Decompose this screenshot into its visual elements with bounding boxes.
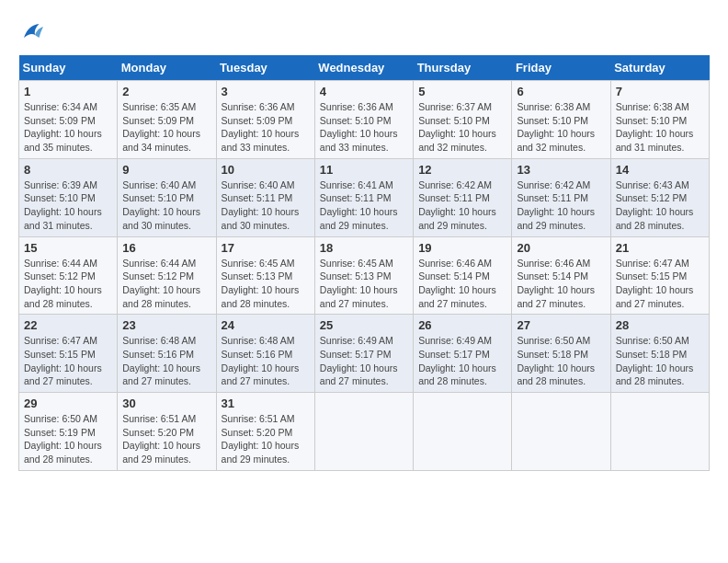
day-info: Sunrise: 6:42 AM Sunset: 5:11 PM Dayligh… (517, 178, 605, 233)
calendar-cell: 20Sunrise: 6:46 AM Sunset: 5:14 PM Dayli… (512, 236, 610, 315)
calendar-cell: 23Sunrise: 6:48 AM Sunset: 5:16 PM Dayli… (118, 315, 216, 393)
day-info: Sunrise: 6:38 AM Sunset: 5:10 PM Dayligh… (616, 100, 704, 155)
day-number: 4 (320, 85, 408, 98)
day-info: Sunrise: 6:40 AM Sunset: 5:11 PM Dayligh… (222, 178, 310, 233)
calendar-cell: 5Sunrise: 6:37 AM Sunset: 5:10 PM Daylig… (414, 81, 512, 159)
day-number: 6 (517, 85, 605, 98)
calendar-table: SundayMondayTuesdayWednesdayThursdayFrid… (18, 55, 710, 471)
day-number: 11 (320, 163, 408, 177)
calendar-cell (414, 393, 512, 471)
weekday-header-saturday: Saturday (610, 55, 709, 81)
day-number: 7 (616, 85, 704, 98)
day-number: 15 (24, 241, 112, 255)
day-info: Sunrise: 6:44 AM Sunset: 5:12 PM Dayligh… (122, 257, 210, 311)
calendar-cell: 22Sunrise: 6:47 AM Sunset: 5:15 PM Dayli… (19, 315, 118, 393)
calendar-cell (314, 393, 413, 471)
calendar-cell: 6Sunrise: 6:38 AM Sunset: 5:10 PM Daylig… (512, 81, 610, 159)
day-info: Sunrise: 6:46 AM Sunset: 5:14 PM Dayligh… (418, 257, 506, 311)
calendar-cell: 17Sunrise: 6:45 AM Sunset: 5:13 PM Dayli… (216, 236, 314, 315)
calendar-cell: 25Sunrise: 6:49 AM Sunset: 5:17 PM Dayli… (314, 315, 413, 393)
calendar-cell: 10Sunrise: 6:40 AM Sunset: 5:11 PM Dayli… (216, 158, 314, 236)
calendar-cell: 29Sunrise: 6:50 AM Sunset: 5:19 PM Dayli… (19, 393, 118, 471)
day-number: 31 (222, 396, 310, 410)
calendar-cell: 13Sunrise: 6:42 AM Sunset: 5:11 PM Dayli… (512, 158, 610, 236)
logo-icon (18, 18, 46, 46)
calendar-cell: 31Sunrise: 6:51 AM Sunset: 5:20 PM Dayli… (216, 393, 314, 471)
day-number: 19 (418, 241, 506, 255)
calendar-week-row: 1Sunrise: 6:34 AM Sunset: 5:09 PM Daylig… (19, 81, 710, 159)
day-info: Sunrise: 6:49 AM Sunset: 5:17 PM Dayligh… (320, 334, 408, 388)
day-number: 14 (616, 163, 704, 177)
day-number: 22 (24, 318, 112, 332)
calendar-cell: 3Sunrise: 6:36 AM Sunset: 5:09 PM Daylig… (216, 81, 314, 159)
day-info: Sunrise: 6:47 AM Sunset: 5:15 PM Dayligh… (616, 257, 704, 311)
calendar-cell: 2Sunrise: 6:35 AM Sunset: 5:09 PM Daylig… (118, 81, 216, 159)
calendar-header-row: SundayMondayTuesdayWednesdayThursdayFrid… (19, 55, 710, 81)
day-info: Sunrise: 6:37 AM Sunset: 5:10 PM Dayligh… (418, 100, 506, 155)
day-info: Sunrise: 6:46 AM Sunset: 5:14 PM Dayligh… (517, 257, 605, 311)
logo (18, 18, 50, 46)
day-info: Sunrise: 6:40 AM Sunset: 5:10 PM Dayligh… (122, 178, 210, 233)
day-info: Sunrise: 6:34 AM Sunset: 5:09 PM Dayligh… (24, 100, 112, 155)
day-number: 29 (24, 396, 112, 410)
calendar-cell: 30Sunrise: 6:51 AM Sunset: 5:20 PM Dayli… (118, 393, 216, 471)
calendar-cell: 26Sunrise: 6:49 AM Sunset: 5:17 PM Dayli… (414, 315, 512, 393)
calendar-cell: 11Sunrise: 6:41 AM Sunset: 5:11 PM Dayli… (314, 158, 413, 236)
day-number: 24 (222, 318, 310, 332)
weekday-header-monday: Monday (118, 55, 216, 81)
calendar-cell (610, 393, 709, 471)
calendar-week-row: 29Sunrise: 6:50 AM Sunset: 5:19 PM Dayli… (19, 393, 710, 471)
weekday-header-sunday: Sunday (19, 55, 118, 81)
day-number: 30 (122, 396, 210, 410)
day-info: Sunrise: 6:36 AM Sunset: 5:10 PM Dayligh… (320, 100, 408, 155)
day-number: 21 (616, 241, 704, 255)
day-info: Sunrise: 6:38 AM Sunset: 5:10 PM Dayligh… (517, 100, 605, 155)
day-number: 13 (517, 163, 605, 177)
day-number: 10 (222, 163, 310, 177)
calendar-cell: 14Sunrise: 6:43 AM Sunset: 5:12 PM Dayli… (610, 158, 709, 236)
day-info: Sunrise: 6:49 AM Sunset: 5:17 PM Dayligh… (418, 334, 506, 388)
page-header (18, 18, 710, 46)
day-number: 9 (122, 163, 210, 177)
calendar-cell: 24Sunrise: 6:48 AM Sunset: 5:16 PM Dayli… (216, 315, 314, 393)
calendar-week-row: 8Sunrise: 6:39 AM Sunset: 5:10 PM Daylig… (19, 158, 710, 236)
weekday-header-thursday: Thursday (414, 55, 512, 81)
day-number: 3 (222, 85, 310, 98)
day-info: Sunrise: 6:39 AM Sunset: 5:10 PM Dayligh… (24, 178, 112, 233)
calendar-cell: 28Sunrise: 6:50 AM Sunset: 5:18 PM Dayli… (610, 315, 709, 393)
day-info: Sunrise: 6:35 AM Sunset: 5:09 PM Dayligh… (122, 100, 210, 155)
day-number: 27 (517, 318, 605, 332)
day-number: 18 (320, 241, 408, 255)
day-info: Sunrise: 6:48 AM Sunset: 5:16 PM Dayligh… (122, 334, 210, 388)
calendar-cell: 4Sunrise: 6:36 AM Sunset: 5:10 PM Daylig… (314, 81, 413, 159)
calendar-cell: 15Sunrise: 6:44 AM Sunset: 5:12 PM Dayli… (19, 236, 118, 315)
day-info: Sunrise: 6:41 AM Sunset: 5:11 PM Dayligh… (320, 178, 408, 233)
day-info: Sunrise: 6:47 AM Sunset: 5:15 PM Dayligh… (24, 334, 112, 388)
calendar-cell: 18Sunrise: 6:45 AM Sunset: 5:13 PM Dayli… (314, 236, 413, 315)
day-info: Sunrise: 6:50 AM Sunset: 5:18 PM Dayligh… (616, 334, 704, 388)
day-number: 8 (24, 163, 112, 177)
day-number: 28 (616, 318, 704, 332)
day-number: 26 (418, 318, 506, 332)
day-info: Sunrise: 6:51 AM Sunset: 5:20 PM Dayligh… (222, 412, 310, 466)
calendar-cell: 21Sunrise: 6:47 AM Sunset: 5:15 PM Dayli… (610, 236, 709, 315)
day-info: Sunrise: 6:50 AM Sunset: 5:18 PM Dayligh… (517, 334, 605, 388)
calendar-week-row: 22Sunrise: 6:47 AM Sunset: 5:15 PM Dayli… (19, 315, 710, 393)
calendar-cell: 8Sunrise: 6:39 AM Sunset: 5:10 PM Daylig… (19, 158, 118, 236)
day-number: 16 (122, 241, 210, 255)
calendar-cell: 19Sunrise: 6:46 AM Sunset: 5:14 PM Dayli… (414, 236, 512, 315)
day-info: Sunrise: 6:51 AM Sunset: 5:20 PM Dayligh… (122, 412, 210, 466)
weekday-header-tuesday: Tuesday (216, 55, 314, 81)
day-info: Sunrise: 6:43 AM Sunset: 5:12 PM Dayligh… (616, 178, 704, 233)
calendar-cell: 16Sunrise: 6:44 AM Sunset: 5:12 PM Dayli… (118, 236, 216, 315)
day-info: Sunrise: 6:42 AM Sunset: 5:11 PM Dayligh… (418, 178, 506, 233)
day-number: 17 (222, 241, 310, 255)
calendar-cell: 9Sunrise: 6:40 AM Sunset: 5:10 PM Daylig… (118, 158, 216, 236)
day-number: 25 (320, 318, 408, 332)
calendar-week-row: 15Sunrise: 6:44 AM Sunset: 5:12 PM Dayli… (19, 236, 710, 315)
day-info: Sunrise: 6:50 AM Sunset: 5:19 PM Dayligh… (24, 412, 112, 466)
calendar-cell: 1Sunrise: 6:34 AM Sunset: 5:09 PM Daylig… (19, 81, 118, 159)
day-number: 2 (122, 85, 210, 98)
day-info: Sunrise: 6:45 AM Sunset: 5:13 PM Dayligh… (222, 257, 310, 311)
calendar-cell: 12Sunrise: 6:42 AM Sunset: 5:11 PM Dayli… (414, 158, 512, 236)
